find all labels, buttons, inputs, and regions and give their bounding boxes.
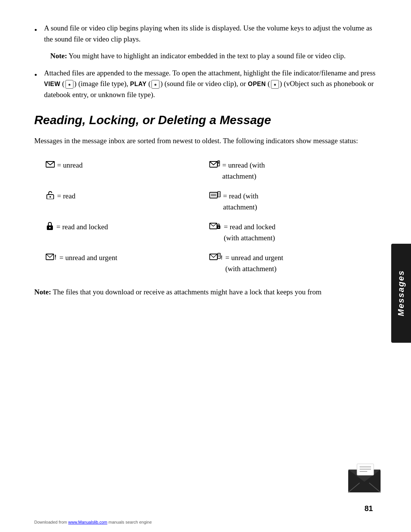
note-text-1: You might have to highlight an indicator… [68,52,346,60]
bullet-text-2: Attached files are appended to the messa… [44,68,377,101]
note-2-paragraph: Note: The files that you download or rec… [34,286,377,297]
unread-icon [46,160,55,168]
note-2-text: The files that you download or receive a… [53,288,322,296]
read-locked-label: = read and locked [56,222,108,233]
bullet-dot-1: • [34,24,37,36]
read-locked-attachment-label: = read and locked(with attachment) [224,222,276,243]
svg-point-8 [49,196,51,198]
page-container: • A sound file or video clip begins play… [0,0,411,532]
svg-text:!: ! [221,254,223,260]
read-icon [46,191,55,199]
section-heading: Reading, Locking, or Deleting a Message [34,112,377,128]
read-locked-icon [46,222,54,230]
indicator-read-locked-attachment: = read and locked(with attachment) [206,217,369,248]
indicator-unread-attachment: i = unread (withattachment) [206,155,369,186]
note-block-1: Note: You might have to highlight an ind… [50,51,377,62]
svg-rect-9 [210,192,217,198]
footer-prefix: Downloaded from [34,520,68,524]
note-label-1: Note: [50,52,67,60]
unread-label: = unread [57,160,83,171]
side-tab-label: Messages [396,270,406,316]
indicator-unread-urgent-attachment: ! = unread and urgent(with attachment) [206,248,369,279]
page-number: 81 [365,504,373,513]
side-tab: Messages [391,244,411,343]
unread-urgent-icon: ! [46,252,57,261]
unread-urgent-label: = unread and urgent [59,252,117,264]
svg-rect-24 [218,253,220,259]
unread-attachment-label: = unread (withattachment) [222,160,265,182]
svg-point-17 [49,227,51,228]
indicator-read-attachment: = read (withattachment) [206,186,369,217]
note-2-label: Note: [34,288,51,296]
unread-urgent-attachment-label: = unread and urgent(with attachment) [225,252,283,274]
footer-link[interactable]: www.Manualslib.com [68,520,107,524]
intro-paragraph: Messages in the message inbox are sorted… [34,135,377,146]
bullet-text-1: A sound file or video clip begins playin… [44,23,377,45]
unread-urgent-attachment-icon: ! [209,252,223,261]
read-label: = read [57,191,75,202]
read-locked-attachment-icon [209,222,221,230]
footer: Downloaded from www.Manualslib.com manua… [34,520,152,524]
bullet-item-2: • Attached files are appended to the mes… [34,68,377,101]
bullet-item-1: • A sound file or video clip begins play… [34,23,377,45]
read-attachment-icon [209,191,221,199]
indicator-read: = read [42,186,206,217]
bullet-dot-2: • [34,69,37,81]
unread-attachment-icon: i [209,160,220,168]
indicator-read-locked: = read and locked [42,217,206,248]
svg-point-20 [218,227,219,228]
indicator-unread-urgent: ! = unread and urgent [42,248,206,279]
read-attachment-label: = read (withattachment) [223,191,258,212]
svg-text:!: ! [54,254,56,260]
indicators-grid: = unread i = unread (withattachment) [42,155,369,279]
envelope-icon [346,462,388,496]
envelope-decoration [346,462,388,498]
footer-suffix: manuals search engine [107,520,152,524]
indicator-unread: = unread [42,155,206,186]
